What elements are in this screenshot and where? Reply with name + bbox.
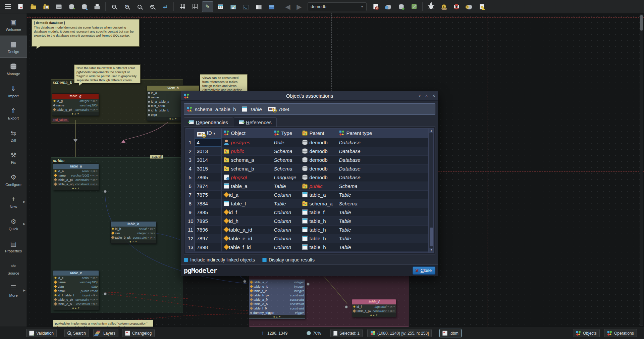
cell-parent[interactable]: demodb	[300, 164, 337, 173]
canvas-table-row[interactable]: table_c_fkconstraint« fk »	[53, 302, 99, 306]
cell-type[interactable]: Column	[272, 243, 300, 251]
nav-back-icon[interactable]: ◀	[283, 3, 293, 11]
zoom-in-icon[interactable]	[121, 1, 132, 12]
cell-object[interactable]: public	[221, 147, 272, 155]
table-row[interactable]: 117896table_a_idColumntable_hTable	[186, 225, 428, 234]
sidebar-item-new[interactable]: +New▶	[0, 191, 27, 213]
cell-object[interactable]: id_a	[221, 190, 272, 199]
connection-point[interactable]	[243, 280, 246, 283]
model-objects-icon[interactable]	[215, 1, 226, 12]
new-model-icon[interactable]	[15, 1, 26, 12]
license-icon[interactable]	[476, 1, 488, 12]
model-selector[interactable]: demodb▼	[308, 2, 367, 11]
cell-parent[interactable]: demodb	[300, 155, 337, 164]
table-row[interactable]: 107895id_hColumntable_hTable	[186, 216, 428, 225]
close-model-icon[interactable]	[370, 1, 381, 12]
collapse-icon[interactable]: ˅	[419, 94, 421, 98]
connection-point[interactable]	[104, 190, 107, 193]
sidebar-item-manage[interactable]: Manage	[0, 58, 27, 80]
cell-type[interactable]: Schema	[272, 155, 300, 164]
dialog-titlebar[interactable]: Object's associations ˅ ˄ ✕	[181, 91, 438, 101]
connection-point[interactable]	[345, 305, 348, 308]
cell-id[interactable]: 7874	[195, 182, 221, 190]
best-fit-icon[interactable]	[147, 1, 158, 12]
cell-object[interactable]: id_h	[221, 216, 272, 225]
support-icon[interactable]	[451, 1, 462, 12]
table-row[interactable]: 23013publicSchemademodbDatabase	[186, 147, 428, 155]
export-icon[interactable]	[78, 1, 90, 12]
scroll-up-icon[interactable]: ▲	[429, 129, 433, 133]
canvas-table-row[interactable]: table_b_pkconstraint« pk »	[111, 235, 156, 240]
cell-parent-type[interactable]: Database	[337, 173, 428, 182]
canvas-table-table_h[interactable]: table_a_idintegertable_e_idintegertable_…	[249, 280, 305, 319]
statusbar-objects-button[interactable]: Objects	[573, 329, 600, 337]
cell-type[interactable]: Schema	[272, 164, 300, 173]
expanded-view-icon[interactable]	[189, 1, 201, 12]
cell-type[interactable]: Table	[272, 182, 300, 190]
canvas-table-row[interactable]: namevarchar(200)	[52, 103, 99, 107]
zoom-reset-icon[interactable]	[134, 1, 145, 12]
cell-parent-type[interactable]: Database	[337, 138, 428, 147]
cell-parent[interactable]: table_h	[300, 216, 337, 225]
cell-object[interactable]: table_f	[221, 199, 272, 208]
canvas-table-row[interactable]: id_cserial« pk »	[53, 276, 99, 280]
cell-object[interactable]: schema_b	[221, 164, 272, 173]
selection-geometry[interactable]: (1080, 1240) [w: 255, h: 253]	[367, 329, 432, 337]
canvas-table-row[interactable]: datedate	[53, 284, 99, 289]
statusbar-search-button[interactable]: Search	[64, 329, 89, 337]
edit-mode-icon[interactable]	[202, 1, 213, 12]
cell-object[interactable]: table_e_id	[221, 234, 272, 243]
cell-type[interactable]: Column	[272, 234, 300, 243]
sidebar-item-diff[interactable]: ⇆Diff	[0, 124, 27, 146]
canvas-table-row[interactable]: table_f_idinteger	[249, 289, 305, 293]
column-header-id[interactable]: OIDID▼	[195, 129, 221, 138]
canvas-table-row[interactable]: table_a_pkconstraint« pk »	[53, 178, 99, 182]
table-row[interactable]: 97885id_fColumntable_fTable	[186, 208, 428, 216]
cell-object[interactable]: id_f	[221, 208, 272, 216]
canvas-table-row[interactable]: table_a_idinteger	[249, 280, 305, 284]
canvas-table-row[interactable]: emailpublic.email	[53, 289, 99, 293]
connections-icon[interactable]	[383, 1, 394, 12]
plugins-icon[interactable]	[408, 1, 420, 12]
table-row[interactable]: 33014schema_aSchemademodbDatabase	[186, 155, 428, 164]
sidebar-item-welcome[interactable]: ▣Welcome	[0, 13, 27, 36]
sidebar-item-more[interactable]: ☰More▶	[0, 279, 27, 301]
column-header-parent-type[interactable]: Parent type	[337, 129, 428, 138]
table-tag[interactable]: red_tables	[52, 118, 69, 122]
table-row[interactable]: 67874table_aTablepublicSchema	[186, 182, 428, 190]
canvas-table-table_g[interactable]: table_gid_ginteger« pk »namevarchar(200)…	[52, 93, 99, 116]
cell-parent-type[interactable]: Table	[337, 243, 428, 251]
connection-point[interactable]	[307, 283, 310, 286]
canvas-table-row[interactable]: dummy_triggertrigger	[249, 310, 305, 315]
cell-id[interactable]: 3015	[195, 164, 221, 173]
sidebar-item-configure[interactable]: ⚙Configure	[0, 168, 27, 191]
column-header-type[interactable]: Type	[272, 129, 300, 138]
cell-parent[interactable]: table_f	[300, 208, 337, 216]
canvas-table-table_c[interactable]: table_cid_cserial« pk »namevarchar(200)d…	[53, 270, 99, 310]
grid-scrollbar[interactable]: ▲ ▼	[429, 128, 434, 253]
column-header-object[interactable]: Object	[221, 129, 272, 138]
cell-parent[interactable]: table_h	[300, 243, 337, 251]
cell-type[interactable]: Column	[272, 225, 300, 234]
cell-object[interactable]: table_a	[221, 182, 272, 190]
checkbox-display-unique[interactable]: Display unique results	[262, 257, 315, 262]
canvas-table-row[interactable]: table_f_fkconstraint	[249, 306, 305, 310]
cell-parent-type[interactable]: Database	[337, 164, 428, 173]
cell-object[interactable]: table_f_id	[221, 243, 272, 251]
cell-id[interactable]: 7898	[195, 243, 221, 251]
sidebar-item-properties[interactable]: ▤Properties	[0, 235, 27, 257]
cell-type[interactable]: Column	[272, 190, 300, 199]
canvas-table-row[interactable]: namevarchar(200)	[53, 280, 99, 284]
donate-icon[interactable]	[438, 1, 449, 12]
scroll-down-icon[interactable]: ▼	[429, 248, 433, 252]
canvas-table-row[interactable]: table_e_fkconstraint	[249, 302, 305, 306]
checkbox-include-indirectly[interactable]: Include indirectly linked objects	[184, 257, 255, 262]
canvas-table-row[interactable]: table_f_pkconstraint« pk »	[352, 309, 396, 313]
close-icon[interactable]: ✕	[432, 94, 435, 98]
sidebar-item-import[interactable]: ⇓Import	[0, 80, 27, 102]
sidebar-item-source[interactable]: </>Source	[0, 257, 27, 279]
cell-id[interactable]: 7897	[195, 234, 221, 243]
main-menu-icon[interactable]	[2, 1, 13, 12]
sticky-note[interactable]: pgModeler implements a mechanism called …	[53, 320, 153, 327]
cell-parent-type[interactable]: Schema	[337, 199, 428, 208]
